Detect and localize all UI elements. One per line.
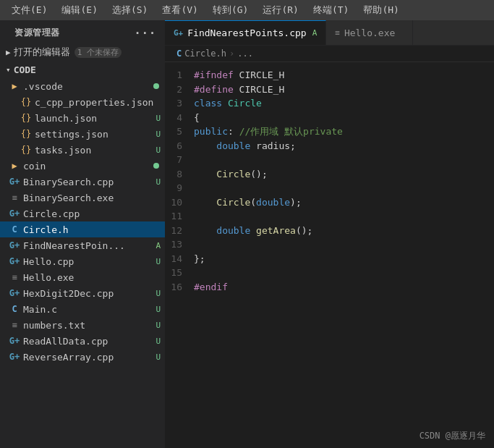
folder-name: CODE (14, 64, 36, 75)
code-line-9 (194, 181, 482, 195)
json-icon: {} (20, 145, 32, 155)
badge-u: U (156, 289, 161, 298)
h-icon: C (9, 224, 20, 234)
menubar: 文件(E) 编辑(E) 选择(S) 查看(V) 转到(G) 运行(R) 终端(T… (0, 0, 494, 20)
sidebar-item-vscode[interactable]: ▶ .vscode (0, 78, 165, 94)
tasks-json-name: tasks.json (35, 145, 156, 156)
sidebar-item-circle-cpp[interactable]: G+ Circle.cpp (0, 206, 165, 221)
cpp-icon: G+ (9, 288, 20, 298)
badge-u: U (156, 305, 161, 314)
sidebar-item-tasks[interactable]: {} tasks.json U (0, 142, 165, 158)
sidebar-item-coin[interactable]: ▶ coin (0, 158, 165, 174)
badge-u: U (156, 130, 161, 139)
reversearray-cpp-name: ReverseArray.cpp (23, 352, 156, 363)
sidebar-item-c-cpp-properties[interactable]: {} c_cpp_properties.json (0, 94, 165, 110)
watermark: CSDN @愿逐月华 (420, 430, 485, 442)
sidebar-item-reversearray-cpp[interactable]: G+ ReverseArray.cpp U (0, 349, 165, 365)
json-icon: {} (20, 129, 32, 139)
cpp-icon: G+ (9, 336, 20, 346)
cpp-icon: G+ (9, 208, 20, 219)
breadcrumb-c-icon: C (176, 48, 182, 59)
breadcrumb-sep: › (229, 48, 234, 59)
badge-a: A (156, 241, 161, 250)
json-icon: {} (20, 113, 32, 123)
findnearest-cpp-name: FindNearestPoin... (23, 240, 156, 251)
badge-u: U (156, 145, 161, 155)
menu-view[interactable]: 查看(V) (156, 2, 203, 18)
code-line-2: #define CIRCLE_H (194, 83, 482, 97)
sidebar-more-icon[interactable]: ··· (134, 26, 156, 40)
code-line-15 (194, 266, 482, 280)
tab-hello-exe[interactable]: ≡ Hello.exe (326, 20, 413, 45)
sidebar-item-binarysearch-cpp[interactable]: G+ BinarySearch.cpp U (0, 174, 165, 190)
main-c-name: Main.c (23, 304, 156, 315)
sidebar-item-main-c[interactable]: C Main.c U (0, 301, 165, 317)
tab-modified-badge: A (312, 28, 318, 38)
code-line-3: class Circle (194, 96, 482, 111)
menu-goto[interactable]: 转到(G) (207, 2, 254, 18)
sidebar-tree: ▶ .vscode {} c_cpp_properties.json {} la… (0, 78, 165, 448)
code-line-16: #endif (194, 280, 482, 295)
dot-badge (153, 83, 159, 89)
cpp-icon: G+ (9, 177, 20, 187)
sidebar: 资源管理器 ··· ▶ 打开的编辑器 1 个未保存 ▾ CODE ▶ .vsco… (0, 20, 165, 448)
cpp-icon: G+ (9, 240, 20, 250)
exe-icon: ≡ (9, 272, 20, 282)
code-line-7 (194, 153, 482, 167)
c-icon: C (9, 304, 20, 314)
menu-run[interactable]: 运行(R) (257, 2, 304, 18)
tab-hello-exe-label: Hello.exe (344, 28, 395, 38)
sidebar-item-launch[interactable]: {} launch.json U (0, 110, 165, 126)
sidebar-item-binarysearch-exe[interactable]: ≡ BinarySearch.exe (0, 190, 165, 206)
breadcrumb: C Circle.h › ... (165, 46, 494, 62)
open-editors-badge: 1 个未保存 (74, 47, 122, 58)
binarysearch-cpp-name: BinarySearch.cpp (23, 177, 156, 187)
code-content[interactable]: #ifndef CIRCLE_H #define CIRCLE_H class … (194, 68, 494, 442)
c-cpp-properties-name: c_cpp_properties.json (35, 97, 165, 108)
binarysearch-exe-name: BinarySearch.exe (23, 193, 165, 203)
sidebar-title: 资源管理器 (14, 27, 60, 39)
sidebar-header-icons: ··· (134, 26, 156, 40)
badge-u: U (156, 321, 161, 330)
breadcrumb-file: Circle.h (184, 48, 226, 59)
tab-findnearest[interactable]: G+ FindNearestPoints.cpp A (165, 20, 326, 45)
hexdigit-cpp-name: HexDigit2Dec.cpp (23, 288, 156, 299)
launch-json-name: launch.json (35, 113, 156, 124)
badge-u: U (156, 257, 161, 266)
code-line-8: Circle(); (194, 167, 482, 182)
sidebar-item-hexdigit-cpp[interactable]: G+ HexDigit2Dec.cpp U (0, 285, 165, 301)
readalldata-cpp-name: ReadAllData.cpp (23, 336, 156, 347)
code-area[interactable]: 1 2 3 4 5 6 7 8 9 10 11 12 13 14 15 16 #… (165, 62, 494, 448)
main-layout: 资源管理器 ··· ▶ 打开的编辑器 1 个未保存 ▾ CODE ▶ .vsco… (0, 20, 494, 448)
sidebar-item-circle-h[interactable]: C Circle.h (0, 221, 165, 237)
sidebar-item-findnearest-cpp[interactable]: G+ FindNearestPoin... A (0, 237, 165, 253)
menu-terminal[interactable]: 终端(T) (307, 2, 354, 18)
coin-folder-name: coin (23, 161, 153, 172)
code-line-12: double getArea(); (194, 224, 482, 238)
open-editors-section[interactable]: ▶ 打开的编辑器 1 个未保存 (0, 43, 165, 62)
hello-cpp-name: Hello.cpp (23, 256, 156, 267)
menu-help[interactable]: 帮助(H) (357, 2, 404, 18)
numbers-txt-name: numbers.txt (23, 320, 156, 331)
badge-u: U (156, 352, 161, 362)
badge-u: U (156, 114, 161, 123)
sidebar-header: 资源管理器 ··· (0, 20, 165, 43)
breadcrumb-more: ... (237, 48, 253, 59)
cpp-icon: G+ (9, 256, 20, 266)
badge-u: U (156, 337, 161, 346)
sidebar-item-hello-exe[interactable]: ≡ Hello.exe (0, 269, 165, 285)
menu-file[interactable]: 文件(E) (6, 2, 53, 18)
sidebar-item-readalldata-cpp[interactable]: G+ ReadAllData.cpp U (0, 333, 165, 349)
sidebar-item-hello-cpp[interactable]: G+ Hello.cpp U (0, 253, 165, 269)
chevron-right-icon: ▶ (6, 48, 11, 57)
vscode-folder-name: .vscode (23, 81, 153, 92)
code-folder-section[interactable]: ▾ CODE (0, 62, 165, 78)
hello-exe-name: Hello.exe (23, 272, 165, 283)
cpp-icon: G+ (9, 352, 20, 362)
menu-edit[interactable]: 编辑(E) (56, 2, 103, 18)
menu-select[interactable]: 选择(S) (106, 2, 153, 18)
dot-badge-coin (153, 163, 159, 169)
sidebar-item-settings[interactable]: {} settings.json U (0, 126, 165, 142)
sidebar-item-numbers-txt[interactable]: ≡ numbers.txt U (0, 317, 165, 333)
circle-h-name: Circle.h (23, 224, 165, 235)
